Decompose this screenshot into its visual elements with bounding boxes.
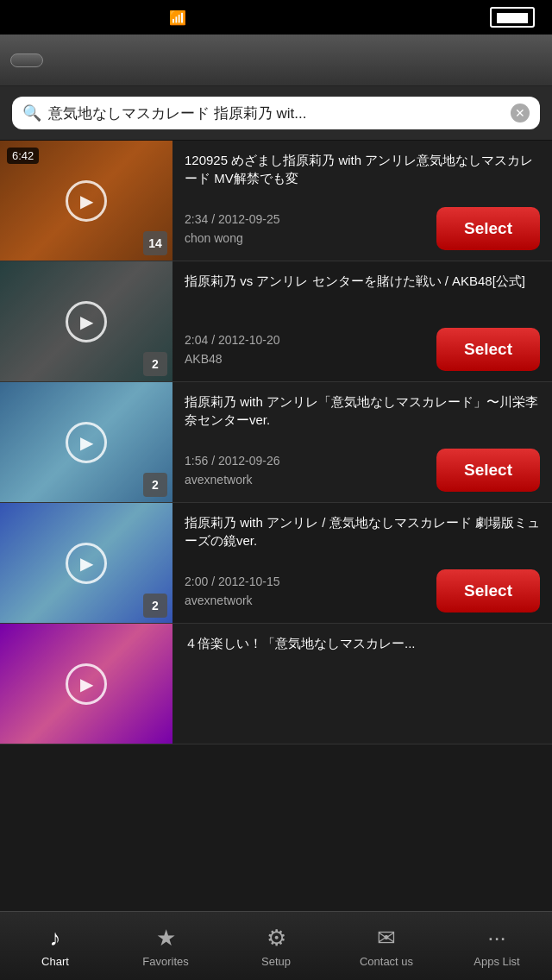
video-thumbnail: ▶ 2 [0, 382, 172, 502]
video-info: 指原莉乃 vs アンリレ センターを賭けた戦い / AKB48[公式] 2:04… [172, 261, 552, 381]
contact-label: Contact us [360, 955, 413, 968]
video-thumbnail: 6:42 ▶ 14 [0, 141, 172, 261]
video-item: ▶ 2 指原莉乃 with アンリレ「意気地なしマスカレード」〜川栄李奈センター… [0, 382, 552, 503]
tab-appslist[interactable]: ··· Apps List [442, 925, 552, 968]
video-item: ▶ 2 指原莉乃 vs アンリレ センターを賭けた戦い / AKB48[公式] … [0, 261, 552, 382]
count-badge: 14 [143, 231, 167, 255]
video-info: 指原莉乃 with アンリレ「意気地なしマスカレード」〜川栄李奈センターver.… [172, 382, 552, 502]
tab-setup[interactable]: ⚙ Setup [221, 925, 331, 968]
video-details: 2:34 / 2012-09-25chon wong [185, 210, 280, 248]
video-meta: 2:00 / 2012-10-15avexnetwork Select [185, 569, 540, 612]
count-badge: 2 [143, 352, 167, 376]
video-title: 120925 めざまし指原莉乃 with アンリレ意気地なしマスカレード MV解… [185, 151, 540, 187]
search-icon: 🔍 [22, 104, 41, 122]
video-meta: 2:34 / 2012-09-25chon wong Select [185, 207, 540, 250]
video-item: ▶ 2 指原莉乃 with アンリレ / 意気地なしマスカレード 劇場版ミューズ… [0, 503, 552, 624]
play-button[interactable]: ▶ [66, 301, 107, 342]
tab-favorites[interactable]: ★ Favorites [110, 925, 221, 968]
video-meta: 1:56 / 2012-09-26avexnetwork Select [185, 449, 540, 492]
video-thumbnail: ▶ 2 [0, 503, 172, 623]
play-button[interactable]: ▶ [66, 663, 107, 705]
video-thumbnail: ▶ [0, 624, 172, 744]
video-details: 2:04 / 2012-10-20AKB48 [185, 330, 280, 369]
wifi-icon: 📶 [169, 9, 186, 26]
tab-bar: ♪ Chart ★ Favorites ⚙ Setup ✉ Contact us… [0, 911, 552, 980]
select-button[interactable]: Select [436, 449, 540, 492]
video-title: 指原莉乃 with アンリレ / 意気地なしマスカレード 劇場版ミューズの鏡ve… [185, 513, 540, 550]
select-button[interactable]: Select [436, 328, 540, 371]
video-info: 120925 めざまし指原莉乃 with アンリレ意気地なしマスカレード MV解… [172, 141, 552, 261]
play-button[interactable]: ▶ [66, 422, 107, 463]
video-title: 指原莉乃 vs アンリレ センターを賭けた戦い / AKB48[公式] [185, 272, 540, 290]
video-details: 1:56 / 2012-09-26avexnetwork [185, 451, 280, 490]
search-input[interactable] [48, 104, 504, 122]
video-info: ４倍楽しい！「意気地なしマスカレー... [172, 624, 552, 744]
count-badge: 2 [143, 473, 167, 497]
status-bar: 📶 [0, 0, 552, 35]
select-button[interactable]: Select [436, 207, 540, 250]
setup-icon: ⚙ [267, 925, 286, 952]
count-badge: 2 [143, 594, 167, 618]
video-details: 2:00 / 2012-10-15avexnetwork [185, 572, 280, 611]
nav-bar [0, 35, 552, 86]
favorites-label: Favorites [142, 955, 188, 968]
search-clear-button[interactable]: ✕ [511, 104, 530, 122]
search-bar: 🔍 ✕ [0, 86, 552, 141]
play-button[interactable]: ▶ [66, 180, 107, 222]
video-info: 指原莉乃 with アンリレ / 意気地なしマスカレード 劇場版ミューズの鏡ve… [172, 503, 552, 623]
setup-label: Setup [261, 955, 291, 968]
select-button[interactable]: Select [436, 569, 540, 612]
contact-icon: ✉ [377, 925, 396, 952]
video-list: 6:42 ▶ 14 120925 めざまし指原莉乃 with アンリレ意気地なし… [0, 141, 552, 914]
play-button[interactable]: ▶ [66, 543, 107, 584]
video-title: ４倍楽しい！「意気地なしマスカレー... [185, 634, 540, 652]
chart-icon: ♪ [50, 925, 61, 952]
video-thumbnail: ▶ 2 [0, 261, 172, 381]
tab-contact[interactable]: ✉ Contact us [331, 925, 442, 968]
appslist-icon: ··· [487, 925, 506, 952]
back-button[interactable] [10, 53, 43, 67]
duration-badge: 6:42 [7, 148, 39, 164]
video-item: 6:42 ▶ 14 120925 めざまし指原莉乃 with アンリレ意気地なし… [0, 141, 552, 261]
search-input-wrap: 🔍 ✕ [12, 97, 540, 129]
battery-icon [490, 7, 535, 28]
tab-chart[interactable]: ♪ Chart [0, 925, 110, 968]
video-item: ▶ ４倍楽しい！「意気地なしマスカレー... [0, 624, 552, 744]
chart-label: Chart [41, 955, 69, 968]
favorites-icon: ★ [156, 925, 176, 952]
video-title: 指原莉乃 with アンリレ「意気地なしマスカレード」〜川栄李奈センターver. [185, 393, 540, 429]
appslist-label: Apps List [474, 955, 519, 968]
video-meta: 2:04 / 2012-10-20AKB48 Select [185, 328, 540, 371]
